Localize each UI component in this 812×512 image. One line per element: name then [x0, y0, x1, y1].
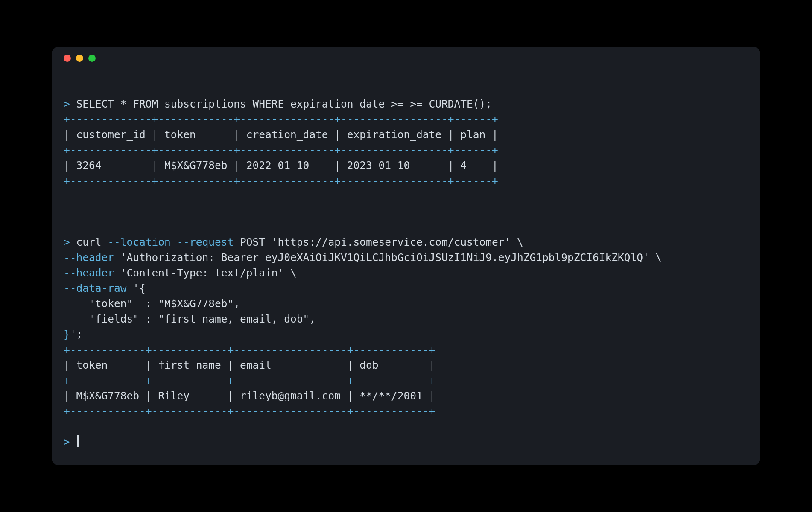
table-border: +------------+------------+-------------… — [64, 343, 435, 356]
curl-flag: --data-raw — [64, 282, 127, 294]
table-border: +------------+------------+-------------… — [64, 405, 435, 417]
json-body-line: "fields" : "first_name, email, dob", — [64, 313, 315, 325]
curl-command-line1: curl --location --request POST 'https://… — [76, 236, 523, 248]
prompt-symbol: > — [64, 236, 70, 248]
table-header-row: | token | first_name | email | dob | — [64, 359, 435, 371]
curl-flag: --header — [64, 267, 114, 279]
table-border: +-------------+------------+------------… — [64, 113, 498, 125]
minimize-icon[interactable] — [76, 55, 83, 62]
table-border: +-------------+------------+------------… — [64, 144, 498, 156]
sql-command: SELECT * FROM subscriptions WHERE expira… — [76, 98, 492, 110]
table-border: +------------+------------+-------------… — [64, 374, 435, 387]
terminal-window: > SELECT * FROM subscriptions WHERE expi… — [52, 47, 760, 465]
curl-flag: --header — [64, 251, 114, 264]
curl-command-line3: 'Content-Type: text/plain' \ — [114, 267, 297, 279]
table-data-row: | 3264 | M$X&G778eb | 2022-01-10 | 2023-… — [64, 159, 498, 172]
prompt-symbol: > — [64, 436, 70, 448]
title-bar — [52, 47, 760, 69]
cursor — [77, 435, 79, 447]
json-terminator: '; — [70, 328, 83, 340]
prompt-symbol: > — [64, 98, 70, 110]
table-data-row: | M$X&G778eb | Riley | rileyb@gmail.com … — [64, 390, 435, 402]
json-body-line: "token" : "M$X&G778eb", — [64, 297, 240, 310]
json-close-brace: } — [64, 328, 70, 340]
maximize-icon[interactable] — [88, 55, 96, 62]
table-border: +-------------+------------+------------… — [64, 175, 498, 187]
table-header-row: | customer_id | token | creation_date | … — [64, 128, 498, 141]
terminal-content[interactable]: > SELECT * FROM subscriptions WHERE expi… — [52, 69, 760, 450]
close-icon[interactable] — [64, 55, 71, 62]
curl-command-line4: '{ — [127, 282, 146, 294]
curl-command-line2: 'Authorization: Bearer eyJ0eXAiOiJKV1QiL… — [114, 251, 662, 264]
